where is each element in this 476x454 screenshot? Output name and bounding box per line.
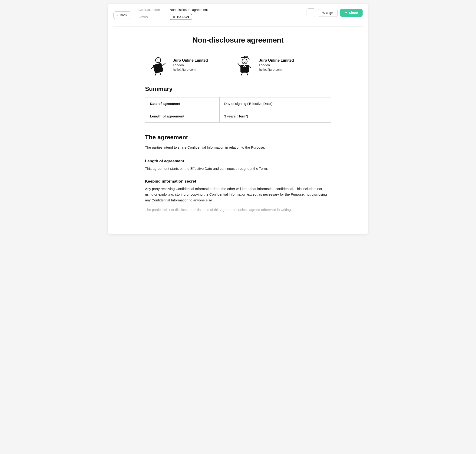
contract-name-value: Non-disclosure agreement [170, 8, 208, 12]
svg-point-12 [249, 59, 250, 60]
sign-pen-icon: ✎ [322, 11, 325, 15]
parties-section: Juro Online Limited London hello@juro.co… [145, 56, 331, 74]
document-body: Non-disclosure agreement [126, 27, 350, 234]
sign-label: Sign [326, 11, 333, 15]
back-button[interactable]: ‹ Back [113, 11, 131, 19]
svg-point-16 [245, 61, 246, 62]
header-meta: Contract name Non-disclosure agreement S… [139, 8, 306, 22]
header-actions: ⋮ ✎ Sign ✦ Share [306, 8, 363, 17]
svg-line-22 [247, 73, 248, 75]
secret-text: Any party receiving Confidential Informa… [145, 186, 331, 203]
more-dots-icon: ⋮ [309, 10, 313, 15]
secret-title: Keeping information secret [145, 179, 331, 184]
length-title: Length of agreement [145, 159, 331, 164]
svg-line-21 [241, 73, 242, 75]
send-icon: ✉ [173, 15, 175, 19]
page-container: ‹ Back Contract name Non-disclosure agre… [108, 4, 368, 234]
svg-point-15 [244, 61, 244, 62]
party-2-mascot [236, 56, 254, 74]
party-2-email: hello@juro.com [259, 68, 294, 71]
svg-point-14 [242, 59, 247, 64]
svg-line-20 [249, 66, 251, 68]
svg-line-5 [151, 67, 153, 69]
party-1: Juro Online Limited London hello@juro.co… [150, 56, 208, 74]
svg-rect-10 [244, 56, 245, 57]
status-value: TO SIGN [177, 15, 189, 19]
document-title: Non-disclosure agreement [145, 36, 331, 45]
svg-point-2 [156, 58, 161, 63]
summary-title: Summary [145, 85, 331, 93]
agreement-section: The agreement The parties intend to shar… [145, 134, 331, 151]
status-row: Status ✉ TO SIGN [139, 14, 306, 20]
summary-row-2-value: 3 years ('Term') [219, 110, 331, 122]
summary-section: Summary Date of agreement Day of signing… [145, 85, 331, 122]
party-2: Juro Online Limited London hello@juro.co… [236, 56, 294, 74]
svg-point-4 [159, 60, 159, 60]
share-icon: ✦ [345, 11, 348, 15]
agreement-title: The agreement [145, 134, 331, 141]
party-1-name: Juro Online Limited [173, 58, 208, 63]
status-label: Status [139, 15, 164, 19]
party-2-name: Juro Online Limited [259, 58, 294, 63]
secret-section: Keeping information secret Any party rec… [145, 179, 331, 213]
svg-rect-0 [153, 63, 164, 74]
party-2-city: London [259, 63, 294, 67]
svg-line-19 [238, 63, 241, 66]
summary-table: Date of agreement Day of signing ('Effec… [145, 97, 331, 122]
share-label: Share [349, 11, 358, 15]
agreement-intro: The parties intend to share Confidential… [145, 145, 331, 151]
party-2-info: Juro Online Limited London hello@juro.co… [259, 58, 294, 71]
share-button[interactable]: ✦ Share [340, 9, 363, 17]
svg-line-8 [160, 73, 161, 75]
party-1-email: hello@juro.com [173, 68, 208, 71]
back-arrow-icon: ‹ [117, 13, 119, 17]
contract-name-label: Contract name [139, 8, 164, 12]
svg-line-11 [248, 57, 249, 59]
length-section: Length of agreement This agreement start… [145, 159, 331, 172]
sign-button[interactable]: ✎ Sign [318, 9, 338, 17]
header: ‹ Back Contract name Non-disclosure agre… [108, 4, 368, 22]
length-text: This agreement starts on the Effective D… [145, 166, 331, 172]
svg-point-3 [157, 60, 158, 60]
table-row: Length of agreement 3 years ('Term') [145, 110, 331, 122]
summary-row-1-label: Date of agreement [145, 98, 220, 110]
party-1-info: Juro Online Limited London hello@juro.co… [173, 58, 208, 71]
status-badge: ✉ TO SIGN [170, 14, 192, 20]
party-1-city: London [173, 63, 208, 67]
summary-row-1-value: Day of signing ('Effective Date') [219, 98, 331, 110]
more-options-button[interactable]: ⋮ [306, 8, 315, 17]
table-row: Date of agreement Day of signing ('Effec… [145, 98, 331, 110]
party-1-mascot [150, 56, 168, 74]
back-label: Back [120, 13, 127, 17]
svg-line-6 [163, 63, 165, 66]
secret-faded-text: The parties will not disclose the existe… [145, 207, 331, 213]
summary-row-2-label: Length of agreement [145, 110, 220, 122]
contract-name-row: Contract name Non-disclosure agreement [139, 8, 306, 12]
